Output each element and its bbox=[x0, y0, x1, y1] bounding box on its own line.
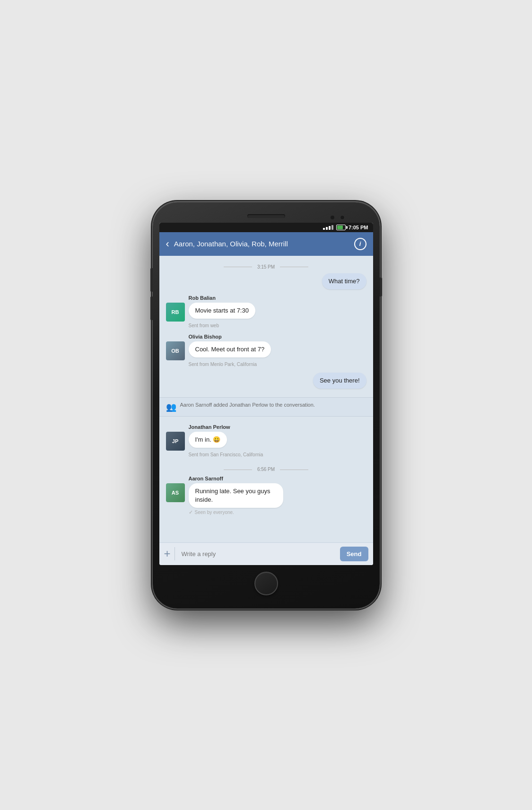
back-button[interactable]: ‹ bbox=[166, 238, 169, 250]
phone-device: 7:05 PM ‹ Aaron, Jonathan, Olivia, Rob, … bbox=[153, 202, 380, 609]
sent-message-2: See you there! bbox=[166, 373, 366, 389]
message-row-rob: RB Movie starts at 7:30 bbox=[166, 303, 366, 322]
status-time: 7:05 PM bbox=[349, 225, 368, 230]
avatar-rob: RB bbox=[166, 303, 185, 322]
timestamp-2: 6:56 PM bbox=[166, 467, 366, 472]
bubble-jonathan: I'm in. 😀 bbox=[189, 432, 227, 448]
signal-bar-2 bbox=[326, 227, 328, 230]
attachment-button[interactable]: + bbox=[164, 547, 171, 560]
sender-aaron: Aaron Sarnoff bbox=[189, 476, 366, 481]
power-button[interactable] bbox=[380, 278, 382, 296]
input-divider bbox=[174, 547, 175, 560]
conversation-title: Aaron, Jonathan, Olivia, Rob, Merrill bbox=[174, 240, 354, 248]
message-group-olivia: Olivia Bishop OB Cool. Meet out front at… bbox=[166, 334, 366, 367]
signal-bar-4 bbox=[331, 225, 333, 230]
sender-rob: Rob Balian bbox=[189, 295, 366, 301]
phone-screen: 7:05 PM ‹ Aaron, Jonathan, Olivia, Rob, … bbox=[159, 223, 373, 565]
avatar-aaron: AS bbox=[166, 483, 185, 502]
sub-olivia: Sent from Menlo Park, California bbox=[189, 362, 366, 367]
app-header: ‹ Aaron, Jonathan, Olivia, Rob, Merrill … bbox=[159, 232, 373, 256]
seen-text: Seen by everyone. bbox=[195, 510, 234, 515]
bubble-rob: Movie starts at 7:30 bbox=[189, 303, 255, 319]
battery-icon bbox=[336, 225, 346, 230]
sub-rob: Sent from web bbox=[189, 323, 366, 328]
signal-bar-1 bbox=[323, 228, 325, 230]
signal-bar-3 bbox=[329, 226, 331, 230]
phone-top-bar bbox=[159, 211, 373, 223]
avatar-jonathan: JP bbox=[166, 432, 185, 451]
message-group-aaron: Aaron Sarnoff AS Running late. See you g… bbox=[166, 476, 366, 515]
bubble-aaron: Running late. See you guys inside. bbox=[189, 483, 283, 508]
message-row-jonathan: JP I'm in. 😀 bbox=[166, 432, 366, 451]
system-message: 👥 Aaron Sarnoff added Jonathan Perlow to… bbox=[159, 397, 373, 417]
sensor-dot bbox=[331, 216, 334, 219]
battery-fill bbox=[337, 226, 343, 229]
sub-jonathan: Sent from San Francisco, California bbox=[189, 452, 366, 457]
speaker-grille bbox=[247, 214, 285, 218]
input-bar: + Send bbox=[159, 542, 373, 565]
sent-message-1: What time? bbox=[166, 273, 366, 289]
volume-up-button[interactable] bbox=[150, 268, 153, 292]
avatar-olivia: OB bbox=[166, 341, 185, 360]
sender-jonathan: Jonathan Perlow bbox=[189, 424, 366, 430]
home-button[interactable] bbox=[254, 572, 278, 595]
reply-input[interactable] bbox=[179, 549, 336, 559]
bubble-olivia: Cool. Meet out front at 7? bbox=[189, 341, 271, 357]
seen-label: ✓ Seen by everyone. bbox=[189, 509, 366, 515]
phone-bottom-bar bbox=[159, 565, 373, 599]
front-camera bbox=[340, 215, 345, 220]
bubble-sent-1: What time? bbox=[322, 273, 366, 289]
send-button[interactable]: Send bbox=[340, 547, 368, 561]
add-person-icon: 👥 bbox=[166, 402, 176, 412]
status-bar: 7:05 PM bbox=[159, 223, 373, 232]
message-group-rob: Rob Balian RB Movie starts at 7:30 Sent … bbox=[166, 295, 366, 328]
bubble-sent-2: See you there! bbox=[313, 373, 366, 389]
system-text: Aaron Sarnoff added Jonathan Perlow to t… bbox=[180, 401, 315, 409]
sender-olivia: Olivia Bishop bbox=[189, 334, 366, 340]
message-row-aaron: AS Running late. See you guys inside. bbox=[166, 483, 366, 508]
checkmark-icon: ✓ bbox=[189, 509, 193, 515]
timestamp-1: 3:15 PM bbox=[166, 264, 366, 270]
info-button[interactable]: i bbox=[354, 238, 366, 250]
volume-down-button[interactable] bbox=[150, 296, 153, 320]
message-group-jonathan: Jonathan Perlow JP I'm in. 😀 Sent from S… bbox=[166, 424, 366, 457]
chat-area: 3:15 PM What time? Rob Balian RB Movie s… bbox=[159, 256, 373, 542]
message-row-olivia: OB Cool. Meet out front at 7? bbox=[166, 341, 366, 360]
signal-bars bbox=[323, 225, 333, 230]
